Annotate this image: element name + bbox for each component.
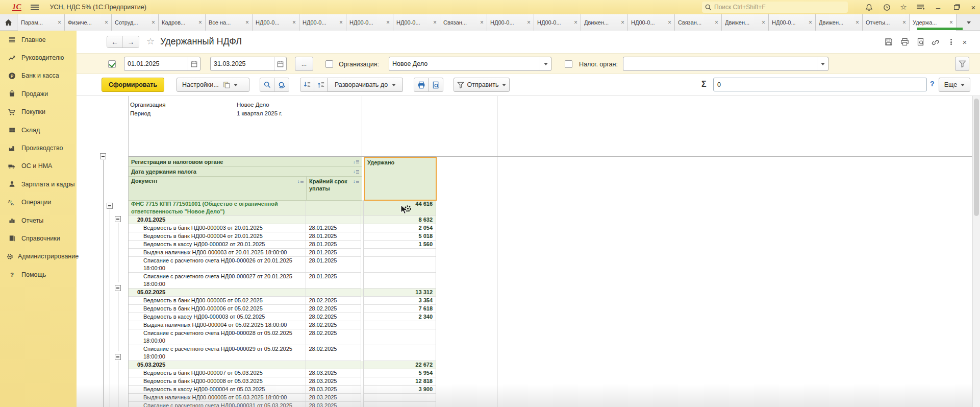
sort-icon[interactable]: ↓ [353,179,360,184]
cell-withheld-amount[interactable]: 1 560 [363,241,436,249]
tab-close-icon[interactable]: × [386,19,390,26]
header-hold-date[interactable]: Дата удержания налога ↓ [129,167,362,177]
date-to-field[interactable] [210,57,287,71]
sidebar-item-prodazhi[interactable]: Продажи [0,85,77,103]
cell-due-date[interactable]: 28.02.2025 [306,305,361,313]
calendar-icon[interactable] [188,57,200,70]
organization-combo[interactable] [389,57,551,71]
organization-input[interactable] [389,60,540,67]
sidebar-item-otchety[interactable]: Отчеты [0,211,77,229]
help-icon[interactable]: ? [930,80,935,88]
cell-due-date[interactable]: 28.01.2025 [306,232,361,241]
cell-due-date[interactable] [306,361,361,369]
tab-close-icon[interactable]: × [198,19,202,26]
more-actions-icon[interactable] [945,37,957,47]
document-tab[interactable]: Парам... × [18,14,65,31]
document-tab[interactable]: Кадров... × [159,14,206,31]
table-row[interactable]: Списание с расчетного счета НД00-000026 … [129,257,436,273]
table-row[interactable]: Ведомость в банк НД00-000003 от 20.01.20… [129,224,436,232]
cell-withheld-amount[interactable]: 3 900 [363,386,436,394]
table-row[interactable]: 20.01.2025 8 632 [129,216,436,224]
vertical-scrollbar[interactable] [972,96,980,407]
cell-document[interactable]: ФНС 7715 КПП 771501001 (Общество с огран… [129,200,306,216]
document-tab[interactable]: НД00-0... × [628,14,675,31]
print-button[interactable] [414,78,429,92]
search-next-button[interactable] [274,78,289,92]
document-tab[interactable]: НД00-0... × [393,14,440,31]
tab-close-icon[interactable]: × [809,19,812,26]
table-row[interactable]: Выдача наличных НД00-000005 от 05.03.202… [129,394,436,402]
cell-withheld-amount[interactable] [363,321,436,329]
cell-withheld-amount[interactable]: 12 818 [363,377,436,386]
tab-close-icon[interactable]: × [574,19,577,26]
cell-withheld-amount[interactable] [363,329,436,345]
sidebar-item-os-nma[interactable]: ОС и НМА [0,157,77,175]
cell-due-date[interactable]: 28.01.2025 [306,249,361,257]
document-tab[interactable]: НД00-0... × [487,14,534,31]
cell-document[interactable]: Ведомость в кассу НД00-000004 от 05.03.2… [129,386,306,394]
cell-due-date[interactable]: 28.02.2025 [306,297,361,305]
document-tab[interactable]: Движен... × [581,14,628,31]
sidebar-item-pomosch[interactable]: ? Помощь [0,266,77,283]
preview-icon[interactable] [915,37,927,47]
tab-close-icon[interactable]: × [245,19,249,26]
expand-to-dropdown[interactable]: Разворачивать до [328,78,403,92]
table-row[interactable]: Ведомость в кассу НД00-000004 от 05.03.2… [129,386,436,394]
cell-withheld-amount[interactable]: 22 672 [363,361,436,369]
tab-close-icon[interactable]: × [621,19,624,26]
cell-withheld-amount[interactable]: 5 954 [363,369,436,377]
document-tab[interactable]: НД00-0... × [346,14,393,31]
cell-document[interactable]: Списание с расчетного счета НД00-000026 … [129,257,306,273]
cell-withheld-amount[interactable] [363,402,436,407]
header-document[interactable]: Документ ↓ [129,177,307,201]
sort-icon[interactable]: ↓ [353,159,360,164]
cell-due-date[interactable]: 28.01.2025 [306,224,361,232]
document-tab[interactable]: Физиче... × [65,14,112,31]
table-row[interactable]: Выдача наличных НД00-000003 от 20.01.202… [129,249,436,257]
header-withheld-selected-cell[interactable]: Удержано [364,157,437,201]
table-row[interactable]: ФНС 7715 КПП 771501001 (Общество с огран… [129,200,436,216]
sidebar-item-spravochniki[interactable]: Справочники [0,229,77,247]
chevron-down-icon[interactable] [540,57,551,70]
table-row[interactable]: Ведомость в кассу НД00-000002 от 20.01.2… [129,241,436,249]
cell-document[interactable]: Ведомость в кассу НД00-000002 от 20.01.2… [129,241,306,249]
document-tab[interactable]: НД00-0... × [769,14,816,31]
cell-document[interactable]: Списание с расчетного счета НД00-000029 … [129,345,306,361]
tab-close-icon[interactable]: × [105,19,108,26]
date-from-field[interactable] [124,57,200,71]
cell-withheld-amount[interactable] [363,394,436,402]
home-tab[interactable] [0,14,17,31]
tab-close-icon[interactable]: × [292,19,296,26]
sort-icon[interactable]: ↓ [353,169,360,174]
cell-withheld-amount[interactable]: 2 054 [363,224,436,232]
chevron-down-icon[interactable] [817,57,828,70]
sidebar-item-glavnoe[interactable]: Главное [0,31,77,49]
document-tab[interactable]: НД00-0... × [299,14,346,31]
forward-button[interactable]: → [123,36,139,47]
cell-withheld-amount[interactable]: 5 018 [363,232,436,241]
document-tab[interactable]: Связан... × [675,14,722,31]
cell-withheld-amount[interactable] [363,249,436,257]
window-minimize-icon[interactable]: – [933,3,944,12]
settings-button[interactable]: Настройки... [177,78,249,92]
send-dropdown[interactable]: Отправить [454,78,510,92]
table-row[interactable]: Списание с расчетного счета НД00-000028 … [129,329,436,345]
notifications-bell-icon[interactable] [863,3,874,12]
table-row[interactable]: Ведомость в кассу НД00-000003 от 05.02.2… [129,313,436,321]
cell-due-date[interactable]: 28.03.2025 [306,386,361,394]
table-row[interactable]: Ведомость в банк НД00-000008 от 05.03.20… [129,377,436,386]
cell-document[interactable]: Ведомость в банк НД00-000008 от 05.03.20… [129,377,306,386]
autosum-field[interactable] [713,78,927,91]
cell-document[interactable]: 20.01.2025 [129,216,306,224]
generate-button[interactable]: Сформировать [102,78,164,92]
cell-due-date[interactable]: 28.01.2025 [306,241,361,249]
tab-close-icon[interactable]: × [433,19,437,26]
table-row[interactable]: Ведомость в банк НД00-000006 от 05.02.20… [129,305,436,313]
favorites-star-icon[interactable]: ☆ [898,3,909,12]
cell-document[interactable]: Ведомость в банк НД00-000006 от 05.02.20… [129,305,306,313]
cell-document[interactable]: Списание с расчетного счета НД00-000028 … [129,329,306,345]
tab-close-icon[interactable]: × [715,19,718,26]
service-menu-icon[interactable] [915,3,926,12]
scrollbar-thumb[interactable] [974,99,979,216]
document-tab[interactable]: Движен... × [816,14,863,31]
